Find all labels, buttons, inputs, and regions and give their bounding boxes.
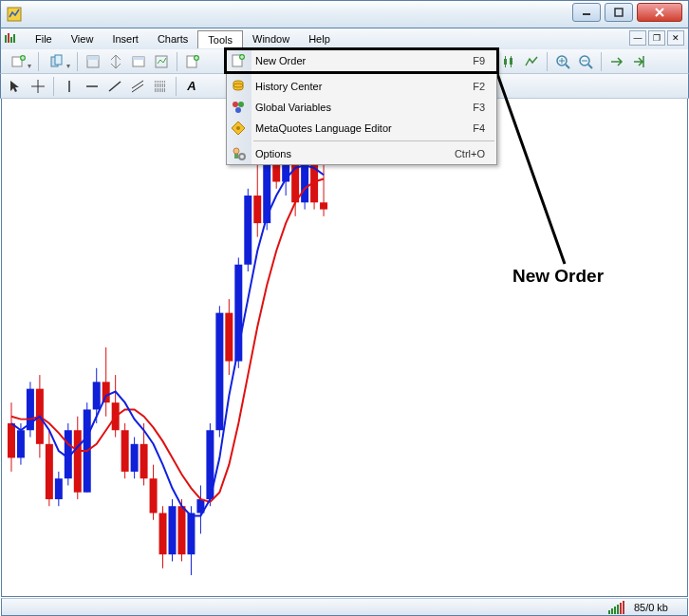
- metaquotes-editor-icon: [231, 121, 246, 136]
- svg-line-25: [588, 65, 592, 68]
- window-titlebar: [0, 0, 689, 28]
- chart-area[interactable]: [1, 99, 688, 597]
- menu-insert[interactable]: Insert: [102, 30, 148, 47]
- svg-rect-15: [156, 56, 167, 67]
- market-watch-button[interactable]: [83, 51, 103, 72]
- svg-rect-70: [187, 513, 195, 555]
- svg-rect-62: [150, 478, 158, 513]
- svg-rect-82: [244, 196, 251, 265]
- connection-indicator-icon: [608, 601, 624, 614]
- svg-point-105: [235, 107, 241, 113]
- menu-item-history-center[interactable]: History Center F2: [227, 76, 496, 97]
- svg-rect-78: [225, 313, 233, 362]
- menu-item-label: Global Variables: [255, 102, 473, 113]
- svg-rect-60: [140, 444, 148, 478]
- svg-line-29: [132, 81, 143, 88]
- menu-item-shortcut: Ctrl+O: [455, 148, 496, 159]
- zoom-in-button[interactable]: [552, 51, 573, 72]
- menu-bar: File View Insert Charts Tools Window Hel…: [0, 28, 689, 49]
- navigator-button[interactable]: [105, 51, 126, 72]
- menu-view[interactable]: View: [62, 30, 103, 47]
- menu-file[interactable]: File: [26, 30, 62, 47]
- svg-rect-3: [5, 35, 7, 43]
- vertical-line-button[interactable]: [59, 76, 80, 97]
- svg-point-103: [233, 102, 238, 107]
- menu-item-options[interactable]: Options Ctrl+O: [227, 143, 496, 164]
- svg-rect-98: [320, 202, 327, 209]
- auto-scroll-button[interactable]: [606, 51, 627, 72]
- svg-rect-5: [10, 37, 12, 43]
- trendline-button[interactable]: [104, 76, 125, 97]
- fibonacci-button[interactable]: [150, 76, 171, 97]
- svg-rect-76: [215, 313, 223, 431]
- svg-rect-10: [55, 55, 62, 65]
- svg-rect-108: [234, 154, 238, 159]
- profiles-button[interactable]: [44, 51, 72, 72]
- cursor-button[interactable]: [5, 76, 26, 97]
- horizontal-line-button[interactable]: [82, 76, 102, 97]
- app-icon: [7, 7, 22, 22]
- svg-point-109: [239, 154, 245, 159]
- svg-line-30: [132, 84, 143, 92]
- svg-rect-64: [159, 513, 167, 555]
- traffic-label: 85/0 kb: [634, 602, 668, 613]
- svg-rect-2: [615, 9, 623, 16]
- svg-rect-42: [55, 478, 63, 499]
- svg-point-104: [238, 102, 244, 107]
- new-order-button[interactable]: [182, 51, 203, 72]
- channel-button[interactable]: [127, 76, 148, 97]
- chart-window-icon: [3, 31, 18, 47]
- menu-item-label: MetaQuotes Language Editor: [255, 122, 473, 134]
- mdi-restore-button[interactable]: ❐: [648, 30, 665, 46]
- menu-item-shortcut: F3: [473, 102, 496, 113]
- svg-rect-46: [74, 430, 82, 492]
- svg-rect-56: [121, 430, 129, 472]
- maximize-button[interactable]: [605, 3, 633, 22]
- zoom-out-button[interactable]: [575, 51, 596, 72]
- svg-rect-14: [133, 57, 144, 60]
- tools-dropdown-menu: New Order F9 History Center F2 Global Va…: [226, 49, 497, 165]
- mdi-minimize-button[interactable]: —: [629, 30, 646, 46]
- svg-point-107: [233, 148, 239, 154]
- crosshair-button[interactable]: [28, 76, 48, 97]
- history-center-icon: [231, 79, 246, 94]
- svg-line-28: [109, 82, 121, 91]
- terminal-button[interactable]: [128, 51, 149, 72]
- svg-rect-86: [263, 161, 270, 223]
- new-order-icon: [231, 53, 246, 68]
- text-button[interactable]: A: [181, 76, 202, 97]
- menu-window[interactable]: Window: [243, 30, 299, 47]
- status-bar: 85/0 kb: [1, 598, 688, 616]
- svg-rect-50: [93, 382, 101, 409]
- svg-rect-58: [131, 444, 139, 472]
- menu-charts[interactable]: Charts: [148, 30, 197, 47]
- new-chart-button[interactable]: [5, 51, 33, 72]
- menu-item-metaquotes-editor[interactable]: MetaQuotes Language Editor F4: [227, 118, 496, 139]
- strategy-tester-button[interactable]: [151, 51, 172, 72]
- svg-rect-12: [87, 56, 99, 60]
- svg-rect-66: [169, 506, 177, 554]
- svg-rect-34: [17, 430, 25, 457]
- global-variables-icon: [231, 100, 246, 115]
- options-icon: [231, 146, 246, 161]
- menu-help[interactable]: Help: [299, 30, 340, 47]
- menu-item-global-variables[interactable]: Global Variables F3: [227, 97, 496, 118]
- menu-item-new-order[interactable]: New Order F9: [227, 50, 496, 71]
- annotation-label: New Order: [512, 266, 604, 287]
- menu-item-shortcut: F9: [473, 55, 496, 66]
- line-chart-button[interactable]: [521, 51, 542, 72]
- menu-item-label: New Order: [255, 55, 473, 66]
- svg-rect-6: [13, 34, 15, 43]
- menu-tools[interactable]: Tools: [197, 30, 243, 48]
- price-chart: [2, 99, 687, 596]
- minimize-button[interactable]: [572, 3, 601, 22]
- svg-rect-4: [8, 33, 9, 43]
- svg-rect-84: [253, 196, 261, 223]
- chart-shift-button[interactable]: [629, 51, 650, 72]
- mdi-close-button[interactable]: ✕: [667, 30, 684, 46]
- svg-rect-40: [46, 444, 53, 499]
- menu-item-shortcut: F2: [473, 81, 496, 92]
- close-button[interactable]: [637, 3, 682, 22]
- candlestick-button[interactable]: [498, 51, 519, 72]
- svg-point-106: [236, 126, 240, 130]
